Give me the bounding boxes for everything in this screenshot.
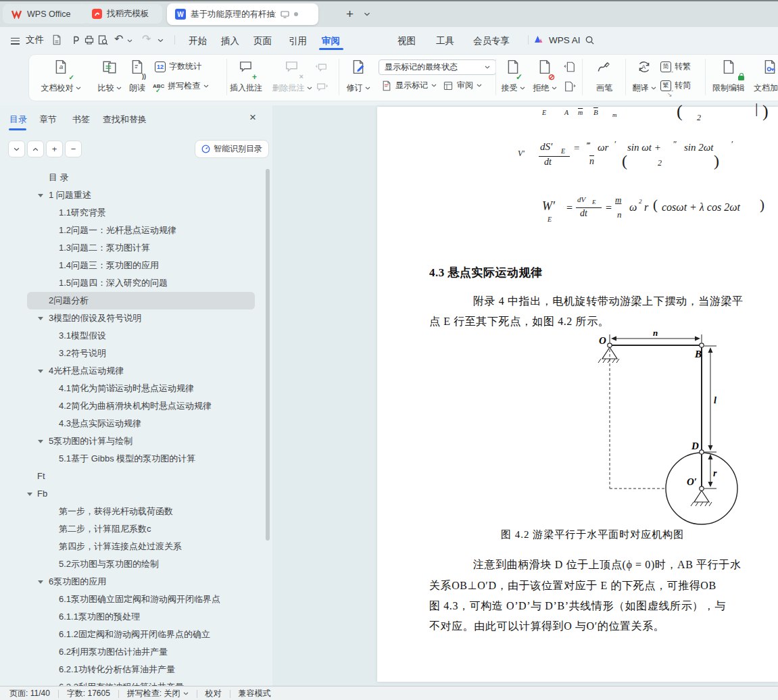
outline-item[interactable]: 1.1研究背景 xyxy=(27,204,255,222)
collapse-triangle-icon[interactable] xyxy=(38,370,43,373)
outline-item[interactable]: 第四步，计算连接点处过渡关系 xyxy=(27,538,255,555)
menu-file[interactable]: 文件 xyxy=(24,31,45,49)
next-change-icon[interactable] xyxy=(564,80,576,93)
status-word-count[interactable]: 字数: 17605 xyxy=(59,688,118,699)
tab-docer[interactable]: 找稻壳模板 xyxy=(84,4,162,24)
menu-tab-page[interactable]: 页面 xyxy=(252,32,273,50)
outline-item[interactable]: 5.1基于 Gibbs 模型的泵功图的计算 xyxy=(27,450,255,468)
outline-item[interactable]: 4.1简化为简谐运动时悬点运动规律 xyxy=(27,380,255,397)
simplified-to-traditional-button[interactable]: 简→ 转繁 xyxy=(660,61,691,72)
collapse-triangle-icon[interactable] xyxy=(27,493,32,496)
outline-item[interactable]: 5泵功图的计算与绘制 xyxy=(27,432,255,450)
tab-list-chevron-icon[interactable] xyxy=(364,12,370,16)
review-pane-button[interactable]: 审阅 xyxy=(443,80,482,91)
outline-item[interactable]: 6.2.1功转化分析估算油井产量 xyxy=(27,661,255,678)
outline-item[interactable]: 6.1泵功图确立固定阀和游动阀开闭临界点 xyxy=(27,591,255,608)
expand-group-icon[interactable]: ↘ xyxy=(667,91,673,98)
export-pdf-icon[interactable] xyxy=(70,34,81,45)
outline-item[interactable]: 2问题分析 xyxy=(27,292,255,309)
outline-item[interactable]: 1.5问题四：深入研究的问题 xyxy=(27,274,255,292)
tab-document[interactable]: W 基于功能原理的有杆抽油系统 xyxy=(167,3,318,25)
outline-item[interactable]: 3.2符号说明 xyxy=(27,345,255,362)
print-preview-icon[interactable] xyxy=(97,34,108,45)
print-icon[interactable] xyxy=(84,34,95,45)
sidebar-tab-find-replace[interactable]: 查找和替换 xyxy=(103,114,147,126)
outline-item[interactable]: 6.1.2固定阀和游动阀开闭临界点的确立 xyxy=(27,626,255,643)
new-tab-button[interactable]: + xyxy=(346,7,354,20)
outline-item[interactable]: 6.1.1泵功图的预处理 xyxy=(27,608,255,626)
undo-chevron-icon[interactable] xyxy=(127,39,132,43)
undo-icon[interactable]: ↶ xyxy=(114,32,123,45)
translate-button[interactable]: A 翻译 xyxy=(627,57,661,98)
outline-item[interactable]: 第一步，获得光杆动载荷函数 xyxy=(27,503,255,520)
collapse-triangle-icon[interactable] xyxy=(38,317,43,320)
doc-proofing-button[interactable]: a ✓ 文档校对 xyxy=(35,57,87,98)
track-changes-button[interactable]: 修订 xyxy=(341,57,375,98)
outline-item[interactable]: 3.1模型假设 xyxy=(27,327,255,345)
outline-item[interactable]: Ft xyxy=(27,468,255,485)
outline-item[interactable]: 6泵功图的应用 xyxy=(27,573,255,591)
outline-item[interactable]: 目 录 xyxy=(27,169,255,186)
quickbar-chevron-icon[interactable] xyxy=(157,39,164,43)
restrict-editing-button[interactable]: 限制编辑 xyxy=(705,57,752,98)
collapse-triangle-icon[interactable] xyxy=(38,580,43,584)
collapse-triangle-icon[interactable] xyxy=(38,194,43,197)
save-icon[interactable] xyxy=(51,34,62,45)
outline-item[interactable]: 4光杆悬点运动规律 xyxy=(27,362,255,380)
status-spellcheck[interactable]: 拼写检查: 关闭 xyxy=(119,688,197,699)
menu-tab-member[interactable]: 会员专享 xyxy=(472,32,511,50)
menu-tab-view[interactable]: 视图 xyxy=(396,32,417,50)
document-page[interactable]: 4.3 悬点实际运动规律 图 4.2 游梁平行于水平面时对应机构图 xyxy=(377,107,778,682)
equation-fragment: dV xyxy=(577,196,585,203)
smart-toc-button[interactable]: 智能识别目录 xyxy=(195,140,269,158)
expand-all-button[interactable] xyxy=(27,141,44,157)
outline-item[interactable]: 4.2简化为曲柄滑块机构时悬点运动规律 xyxy=(27,397,255,415)
previous-change-icon[interactable] xyxy=(564,61,576,73)
status-proofing[interactable]: 校对 xyxy=(197,688,230,699)
menu-tab-insert[interactable]: 插入 xyxy=(220,32,241,50)
sidebar-tab-bookmark[interactable]: 书签 xyxy=(72,114,90,126)
outline-item[interactable]: 1.2问题一：光杆悬点运动规律 xyxy=(27,222,255,239)
figure-label-B: B xyxy=(694,349,702,359)
outline-item[interactable]: 1.3问题二：泵功图计算 xyxy=(27,239,255,257)
show-markup-button[interactable]: 显示标记 xyxy=(381,80,437,91)
read-aloud-button[interactable]: )) 朗读 xyxy=(120,57,154,98)
menu-tab-tools[interactable]: 工具 xyxy=(435,32,456,50)
status-page-number[interactable]: 页面: 11/40 xyxy=(0,688,58,699)
word-count-button[interactable]: 12 字数统计 xyxy=(155,61,201,72)
collapse-triangle-icon[interactable] xyxy=(38,440,43,443)
accept-button[interactable]: ✓ 接受 xyxy=(496,57,530,98)
menu-tab-reference[interactable]: 引用 xyxy=(287,32,308,50)
collapse-all-button[interactable] xyxy=(8,141,25,157)
encrypt-document-button[interactable]: 文档加密 xyxy=(746,57,778,98)
sidebar-tab-toc[interactable]: 目录 xyxy=(9,114,27,126)
outline-item[interactable]: 5.2示功图与泵功图的绘制 xyxy=(27,555,255,573)
markup-state-select[interactable]: 显示标记的最终状态 xyxy=(379,59,496,75)
outline-item[interactable]: 6.2.2利用有效冲程估算油井产量 xyxy=(27,678,255,686)
outline-item[interactable]: 6.2利用泵功图估计油井产量 xyxy=(27,643,255,661)
outline-item[interactable]: 4.3悬点实际运动规律 xyxy=(27,415,255,432)
reject-button[interactable]: ⊘ 拒绝 xyxy=(528,57,562,98)
hamburger-menu-icon[interactable] xyxy=(11,36,20,46)
zoom-out-outline-button[interactable]: − xyxy=(65,141,82,157)
outline-item[interactable]: 3模型的假设及符号说明 xyxy=(27,309,255,327)
outline-item[interactable]: 1 问题重述 xyxy=(27,186,255,204)
outline-item-label: 6.1.1泵功图的预处理 xyxy=(59,611,140,622)
traditional-to-simplified-button[interactable]: 繁→ 转简 xyxy=(660,80,691,91)
outline-item[interactable]: 第二步，计算阻尼系数c xyxy=(27,520,255,538)
ink-brush-button[interactable]: 画笔 xyxy=(587,57,621,98)
sidebar-scrollbar[interactable] xyxy=(266,169,270,541)
close-panel-icon[interactable]: × xyxy=(249,111,256,124)
menu-tab-home[interactable]: 开始 xyxy=(187,32,208,50)
spell-check-button[interactable]: ABC✓ 拼写检查 xyxy=(153,80,209,92)
tab-document-title: 基于功能原理的有杆抽油系统 xyxy=(191,9,276,20)
search-icon[interactable] xyxy=(585,35,595,45)
tab-wps-home[interactable]: WPS Office xyxy=(3,4,89,24)
insert-comment-button[interactable]: + 插入批注 xyxy=(226,57,266,98)
zoom-in-outline-button[interactable]: + xyxy=(46,141,63,157)
sidebar-tab-chapter[interactable]: 章节 xyxy=(39,114,57,126)
menu-wps-ai[interactable]: WPS AI xyxy=(548,32,582,48)
outline-item[interactable]: 1.4问题三：泵功图的应用 xyxy=(27,257,255,274)
outline-item[interactable]: Fb xyxy=(27,485,255,503)
read-aloud-icon: )) xyxy=(120,57,154,81)
